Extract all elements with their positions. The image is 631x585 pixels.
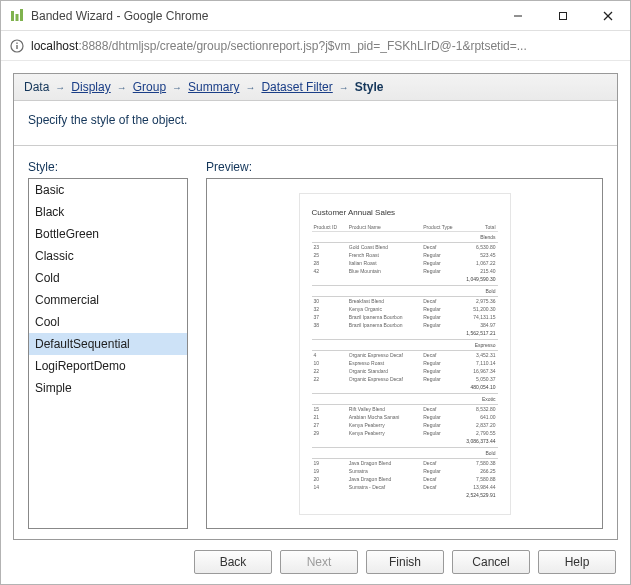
finish-button[interactable]: Finish <box>366 550 444 574</box>
cancel-button[interactable]: Cancel <box>452 550 530 574</box>
preview-table: Product IDProduct NameProduct TypeTotalB… <box>312 223 498 501</box>
next-button: Next <box>280 550 358 574</box>
address-host: localhost <box>31 39 78 53</box>
preview-column: Preview: Customer Annual SalesProduct ID… <box>206 160 603 529</box>
back-button[interactable]: Back <box>194 550 272 574</box>
breadcrumb-link[interactable]: Display <box>71 80 110 94</box>
style-item[interactable]: Classic <box>29 245 187 267</box>
window-controls <box>495 1 630 30</box>
breadcrumb-current: Style <box>355 80 384 94</box>
style-item[interactable]: Black <box>29 201 187 223</box>
preview-title: Customer Annual Sales <box>312 208 498 217</box>
titlebar: Banded Wizard - Google Chrome <box>1 1 630 31</box>
style-label: Style: <box>28 160 188 174</box>
address-path: :8888/dhtmljsp/create/group/sectionrepor… <box>78 39 622 53</box>
svg-rect-4 <box>559 12 566 19</box>
description-text: Specify the style of the object. <box>14 101 617 146</box>
button-row: Back Next Finish Cancel Help <box>13 540 618 576</box>
preview-box: Customer Annual SalesProduct IDProduct N… <box>206 178 603 529</box>
help-button[interactable]: Help <box>538 550 616 574</box>
maximize-button[interactable] <box>540 1 585 30</box>
address-bar[interactable]: localhost:8888/dhtmljsp/create/group/sec… <box>1 31 630 61</box>
style-item[interactable]: LogiReportDemo <box>29 355 187 377</box>
arrow-icon: → <box>245 82 255 93</box>
svg-rect-9 <box>16 42 17 43</box>
arrow-icon: → <box>117 82 127 93</box>
breadcrumb-link[interactable]: Group <box>133 80 166 94</box>
arrow-icon: → <box>339 82 349 93</box>
window: Banded Wizard - Google Chrome localhost:… <box>0 0 631 585</box>
breadcrumb-link[interactable]: Summary <box>188 80 239 94</box>
svg-rect-1 <box>16 14 19 21</box>
window-title: Banded Wizard - Google Chrome <box>31 9 495 23</box>
breadcrumb-item: Data <box>24 80 49 94</box>
preview-label: Preview: <box>206 160 603 174</box>
svg-rect-2 <box>20 9 23 21</box>
body-area: Style: BasicBlackBottleGreenClassicColdC… <box>14 146 617 539</box>
app-icon <box>9 8 25 24</box>
breadcrumb-link[interactable]: Dataset Filter <box>261 80 332 94</box>
svg-rect-0 <box>11 11 14 21</box>
breadcrumb: Data→Display→Group→Summary→Dataset Filte… <box>14 74 617 101</box>
svg-rect-8 <box>16 45 17 49</box>
style-item[interactable]: DefaultSequential <box>29 333 187 355</box>
style-item[interactable]: BottleGreen <box>29 223 187 245</box>
style-item[interactable]: Basic <box>29 179 187 201</box>
minimize-button[interactable] <box>495 1 540 30</box>
style-column: Style: BasicBlackBottleGreenClassicColdC… <box>28 160 188 529</box>
preview-page: Customer Annual SalesProduct IDProduct N… <box>300 194 510 514</box>
style-item[interactable]: Cold <box>29 267 187 289</box>
arrow-icon: → <box>172 82 182 93</box>
style-item[interactable]: Commercial <box>29 289 187 311</box>
style-item[interactable]: Simple <box>29 377 187 399</box>
close-button[interactable] <box>585 1 630 30</box>
style-item[interactable]: Cool <box>29 311 187 333</box>
arrow-icon: → <box>55 82 65 93</box>
content-area: Data→Display→Group→Summary→Dataset Filte… <box>1 61 630 584</box>
style-list[interactable]: BasicBlackBottleGreenClassicColdCommerci… <box>28 178 188 529</box>
wizard-panel: Data→Display→Group→Summary→Dataset Filte… <box>13 73 618 540</box>
info-icon <box>9 38 25 54</box>
